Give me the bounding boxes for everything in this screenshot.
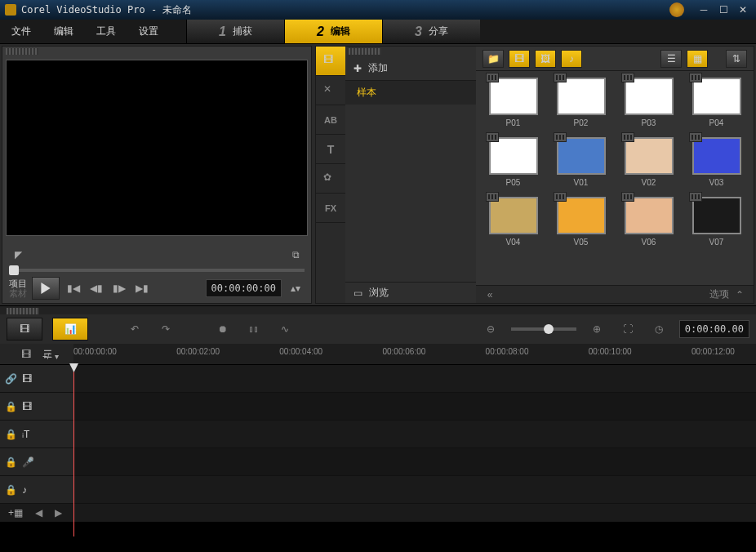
timeline-mode-button[interactable]: 📊 — [52, 318, 88, 341]
track-body-title[interactable] — [73, 421, 756, 447]
clock-icon[interactable]: ◷ — [648, 318, 669, 340]
lib-tab-text[interactable]: T — [316, 135, 345, 164]
preview-screen[interactable] — [6, 60, 308, 236]
view-grid-icon[interactable]: ▦ — [687, 50, 708, 68]
ruler-view-icon[interactable]: 🎞 — [17, 345, 35, 363]
audio-mixer-button[interactable]: ⫾⫾ — [243, 318, 265, 340]
filter-audio-icon[interactable]: ♪ — [561, 50, 582, 68]
record-button[interactable]: ⏺ — [212, 318, 233, 340]
timeline-timecode[interactable]: 0:00:00.00 — [679, 320, 749, 338]
filter-video-icon[interactable]: 🎞 — [509, 50, 530, 68]
zoom-in-button[interactable]: ⊕ — [586, 318, 607, 340]
add-track-button[interactable]: +▦ — [7, 504, 24, 522]
track-head-video[interactable]: 🔗 🎞 — [0, 365, 73, 392]
seek-thumb[interactable] — [9, 265, 19, 275]
thumbnail-P02[interactable]: P02 — [550, 78, 611, 127]
step-edit[interactable]: 2 编辑 — [284, 20, 382, 43]
lock-icon[interactable]: 🔒 — [5, 456, 17, 468]
thumbnail-P05[interactable]: P05 — [483, 137, 544, 187]
go-end-button[interactable]: ▶▮ — [133, 279, 151, 297]
clip-mode-label[interactable]: 素材 — [9, 288, 27, 298]
thumb-label: V05 — [574, 238, 589, 247]
sort-icon[interactable]: ⇅ — [726, 50, 747, 68]
mark-in-icon[interactable]: ◤ — [9, 246, 27, 264]
thumbnail-V03[interactable]: V03 — [686, 137, 747, 187]
track-body-video[interactable] — [73, 365, 756, 392]
folder-icon[interactable]: 📁 — [483, 50, 504, 68]
panel-grip-icon[interactable] — [349, 48, 381, 55]
track-body-music[interactable] — [73, 476, 756, 503]
lib-tab-transitions[interactable]: ✕ — [316, 76, 345, 105]
thumbnail-V01[interactable]: V01 — [550, 137, 611, 187]
menu-file[interactable]: 文件 — [0, 20, 42, 43]
preview-timecode[interactable]: 00:00:00:00 — [206, 279, 282, 297]
thumbnail-P03[interactable]: P03 — [618, 78, 679, 127]
thumbnail-V07[interactable]: V07 — [686, 197, 747, 247]
options-bar: « 选项 ⌃ — [476, 285, 754, 303]
maximize-button[interactable]: ☐ — [715, 2, 732, 18]
lock-icon[interactable]: 🔒 — [5, 401, 17, 412]
undo-button[interactable]: ↶ — [124, 318, 145, 340]
track-head-overlay[interactable]: 🔒 🎞 — [0, 393, 73, 420]
prev-frame-button[interactable]: ◀▮ — [87, 279, 105, 297]
menu-settings[interactable]: 设置 — [127, 20, 170, 43]
track-body-voice[interactable] — [73, 448, 756, 475]
thumbnail-V02[interactable]: V02 — [618, 137, 679, 187]
view-list-icon[interactable]: ☰ — [660, 50, 682, 68]
expand-icon[interactable]: ⧉ — [287, 246, 305, 264]
link-icon[interactable]: 🔗 — [5, 373, 17, 385]
lib-tab-filter[interactable]: FX — [316, 194, 345, 223]
step-capture[interactable]: 1 捕获 — [186, 20, 284, 43]
thumbnail-V05[interactable]: V05 — [550, 197, 611, 247]
browse-button[interactable]: ▭ 浏览 — [345, 282, 476, 303]
lock-icon[interactable]: 🔒 — [5, 484, 17, 496]
zoom-slider[interactable] — [511, 327, 576, 331]
next-frame-button[interactable]: ▮▶ — [110, 279, 128, 297]
zoom-out-button[interactable]: ⊖ — [480, 318, 501, 340]
menu-tools[interactable]: 工具 — [85, 20, 127, 43]
filter-photo-icon[interactable]: 🖼 — [535, 50, 556, 68]
thumbnail-P04[interactable]: P04 — [686, 78, 747, 127]
thumbnail-V04[interactable]: V04 — [483, 197, 544, 247]
lib-tab-media[interactable]: 🎞 — [316, 47, 345, 76]
thumb-label: V04 — [506, 238, 521, 247]
panel-grip-icon[interactable] — [7, 308, 39, 314]
track-head-music[interactable]: 🔒 ♪ — [0, 476, 73, 503]
play-button[interactable] — [32, 277, 60, 300]
track-head-title[interactable]: 🔒 ᵢT — [0, 421, 73, 447]
close-button[interactable]: ✕ — [735, 2, 751, 18]
playhead[interactable] — [73, 365, 74, 536]
scroll-left-button[interactable]: ◀ — [33, 507, 44, 519]
fit-button[interactable]: ⛶ — [617, 318, 638, 340]
thumbnail-V06[interactable]: V06 — [618, 197, 679, 247]
track-body-overlay[interactable] — [73, 393, 756, 420]
options-label[interactable]: 选项 — [709, 287, 729, 301]
storyboard-mode-button[interactable]: 🎞 — [7, 318, 42, 341]
lib-tab-title[interactable]: AB — [316, 105, 345, 135]
thumbnail-P01[interactable]: P01 — [483, 78, 544, 127]
corel-logo-icon[interactable] — [669, 2, 684, 17]
track-head-voice[interactable]: 🔒 🎤 — [0, 448, 73, 475]
panel-grip-icon[interactable] — [6, 48, 38, 55]
go-start-button[interactable]: ▮◀ — [64, 279, 82, 297]
ruler-marks[interactable]: 00:00:00:0000:00:02:0000:00:04:0000:00:0… — [73, 344, 756, 364]
thumb-label: P03 — [642, 118, 656, 127]
timeline-ruler: 🎞 ☰ 00:00:00:0000:00:02:0000:00:04:0000:… — [0, 344, 756, 365]
zoom-thumb[interactable] — [544, 324, 554, 334]
redo-button[interactable]: ↷ — [155, 318, 176, 340]
lib-tab-graphic[interactable]: ✿ — [316, 164, 345, 194]
track-zoom-control[interactable]: +/- ▾ — [42, 352, 59, 361]
step-share[interactable]: 3 分享 — [382, 20, 480, 43]
seek-bar[interactable] — [9, 269, 305, 272]
options-expand-icon[interactable]: ⌃ — [734, 289, 745, 300]
collapse-left-icon[interactable]: « — [484, 289, 496, 300]
menu-edit[interactable]: 编辑 — [42, 20, 85, 43]
add-folder-button[interactable]: ✚ 添加 — [345, 56, 476, 81]
project-mode-label[interactable]: 项目 — [9, 278, 27, 288]
scroll-right-button[interactable]: ▶ — [52, 507, 64, 519]
lock-icon[interactable]: 🔒 — [5, 429, 17, 440]
library-folder-sample[interactable]: 样本 — [345, 81, 476, 105]
minimize-button[interactable]: ─ — [696, 2, 712, 18]
timecode-spinner-icon[interactable]: ▴▾ — [287, 279, 305, 297]
auto-music-button[interactable]: ∿ — [274, 318, 296, 340]
